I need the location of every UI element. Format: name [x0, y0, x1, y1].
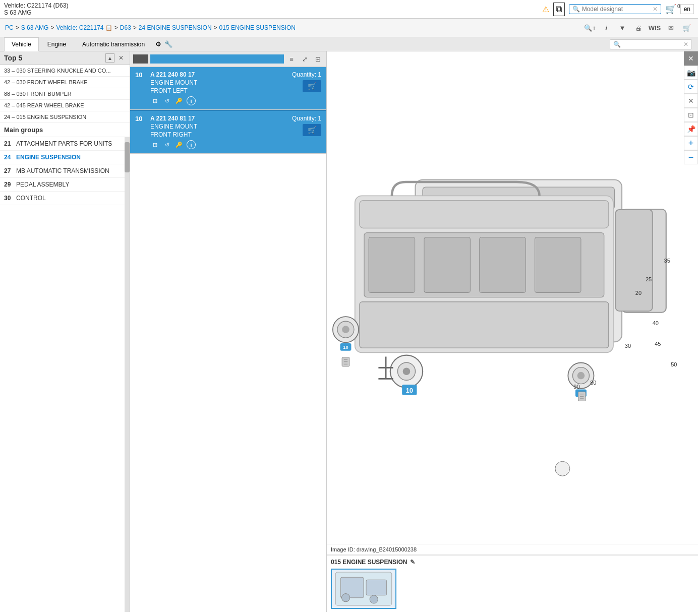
top5-item-4[interactable]: 24 – 015 ENGINE SUSPENSION: [0, 111, 130, 123]
part-grid-icon-1[interactable]: ⊞: [150, 140, 159, 149]
history-icon[interactable]: ⟳: [684, 80, 698, 94]
pin-icon[interactable]: 📌: [684, 122, 698, 136]
zoom-in-diagram-btn[interactable]: +: [684, 136, 698, 150]
tab-engine[interactable]: Engine: [40, 37, 74, 51]
breadcrumb-d63[interactable]: D63: [120, 24, 131, 31]
tab-search-clear[interactable]: ✕: [683, 41, 688, 48]
tab-automatic-transmission[interactable]: Automatic transmission: [75, 37, 152, 51]
add-to-cart-btn-0[interactable]: 🛒: [303, 80, 321, 92]
close-diagram-btn[interactable]: ✕: [684, 51, 698, 66]
camera-icon[interactable]: 📷: [684, 66, 698, 80]
tab-gear-icon[interactable]: ⚙: [155, 40, 161, 48]
tab-vehicle[interactable]: Vehicle: [4, 37, 39, 51]
breadcrumb-s63amg[interactable]: S 63 AMG: [21, 24, 49, 31]
edit-icon[interactable]: ✎: [410, 559, 415, 566]
print-icon[interactable]: 🖨: [632, 22, 645, 34]
top5-item-2[interactable]: 88 – 030 FRONT BUMPER: [0, 88, 130, 100]
bottom-panel: 015 ENGINE SUSPENSION ✎: [327, 555, 698, 612]
svg-rect-32: [424, 237, 470, 293]
part-grid-icon-0[interactable]: ⊞: [150, 96, 159, 105]
svg-text:20: 20: [635, 290, 642, 296]
top5-title: Top 5: [4, 54, 22, 62]
cart-icon[interactable]: 🛒 0: [665, 4, 676, 15]
part-row-0[interactable]: 10 A 221 240 80 17 ENGINE MOUNT FRONT LE…: [130, 67, 326, 110]
part-name-0b: FRONT LEFT: [150, 87, 292, 94]
mail-icon[interactable]: ✉: [665, 22, 677, 34]
top5-item-1[interactable]: 42 – 030 FRONT WHEEL BRAKE: [0, 77, 130, 88]
zoom-in-icon[interactable]: 🔍+: [584, 22, 596, 34]
group-item-30[interactable]: 30 CONTROL: [0, 192, 130, 205]
part-refresh-icon-1[interactable]: ↺: [162, 140, 171, 149]
diagram-small-icon[interactable]: ⊡: [684, 108, 698, 122]
add-to-cart-btn-1[interactable]: 🛒: [303, 124, 321, 136]
part-info-icon-0[interactable]: i: [187, 96, 196, 105]
thumbnail-0[interactable]: [331, 569, 396, 609]
part-refresh-icon-0[interactable]: ↺: [162, 96, 171, 105]
svg-rect-33: [480, 237, 526, 293]
tab-search-area: 🔍 ✕: [610, 39, 694, 49]
part-pos-1: 10: [135, 115, 150, 122]
tab-wrench-icon[interactable]: 🔧: [164, 40, 172, 48]
part-key-icon-0[interactable]: 🔑: [174, 96, 184, 105]
svg-text:50: 50: [671, 361, 677, 367]
breadcrumb-pc[interactable]: PC: [5, 24, 14, 31]
breadcrumb-015-engine[interactable]: 015 ENGINE SUSPENSION: [219, 24, 296, 31]
warning-icon[interactable]: ⚠: [542, 5, 549, 14]
top5-items: 33 – 030 STEERING KNUCKLE AND CO... 42 –…: [0, 65, 130, 123]
top5-item-0[interactable]: 33 – 030 STEERING KNUCKLE AND CO...: [0, 65, 130, 77]
search-clear-icon[interactable]: ✕: [653, 6, 658, 13]
filter-icon[interactable]: ▼: [616, 22, 628, 34]
top5-controls: ▲ ✕: [105, 53, 126, 63]
bottom-panel-title: 015 ENGINE SUSPENSION ✎: [331, 559, 694, 566]
breadcrumb-24-engine[interactable]: 24 ENGINE SUSPENSION: [139, 24, 212, 31]
diagram-tools: ✕ 📷 ⟳ ✕ ⊡ 📌 + −: [684, 51, 698, 164]
header-search-box[interactable]: 🔍 ✕: [569, 4, 661, 14]
scrollbar-track[interactable]: [125, 137, 130, 612]
svg-rect-35: [360, 302, 609, 348]
svg-rect-31: [369, 237, 415, 293]
wis-icon[interactable]: WIS: [649, 22, 661, 34]
svg-rect-36: [616, 210, 653, 311]
model-label: S 63 AMG: [4, 9, 68, 16]
part-key-icon-1[interactable]: 🔑: [174, 140, 184, 149]
part-info-0: A 221 240 80 17 ENGINE MOUNT FRONT LEFT …: [150, 71, 292, 105]
tab-search-input[interactable]: [623, 41, 683, 48]
svg-text:30: 30: [625, 343, 631, 349]
parts-expand-icon[interactable]: ⤢: [299, 53, 310, 65]
image-id: Image ID: drawing_B24015000238: [327, 544, 698, 555]
svg-text:35: 35: [664, 258, 670, 264]
cross-diagram-icon[interactable]: ✕: [684, 94, 698, 108]
group-item-29[interactable]: 29 PEDAL ASSEMBLY: [0, 178, 130, 192]
info-icon[interactable]: i: [600, 22, 612, 34]
parts-window-icon[interactable]: ⊞: [312, 53, 323, 65]
part-num-1: A 221 240 81 17: [150, 115, 292, 122]
lang-button[interactable]: en: [680, 4, 694, 14]
part-row-icons-1: ⊞ ↺ 🔑 i: [150, 140, 292, 149]
svg-point-67: [341, 594, 350, 602]
part-row-1[interactable]: 10 A 221 240 81 17 ENGINE MOUNT FRONT RI…: [130, 110, 326, 154]
top5-close-btn[interactable]: ✕: [117, 53, 126, 63]
header-search-input[interactable]: [582, 6, 653, 13]
breadcrumb-vehicle[interactable]: Vehicle: C221174 📋: [56, 24, 112, 31]
group-item-27[interactable]: 27 MB AUTOMATIC TRANSMISSION: [0, 164, 130, 178]
group-item-24[interactable]: 24 ENGINE SUSPENSION: [0, 151, 130, 164]
breadcrumb-tools: 🔍+ i ▼ 🖨 WIS ✉ 🛒: [584, 22, 693, 34]
svg-rect-66: [366, 580, 387, 595]
top5-header: Top 5 ▲ ✕: [0, 51, 130, 65]
top5-item-3[interactable]: 42 – 045 REAR WHEEL BRAKE: [0, 100, 130, 111]
parts-list-icon[interactable]: ≡: [286, 53, 297, 65]
qty-label-0: Quantity: 1: [292, 71, 321, 78]
part-info-icon-1[interactable]: i: [187, 140, 196, 149]
svg-text:40: 40: [653, 320, 659, 326]
zoom-out-diagram-btn[interactable]: −: [684, 150, 698, 164]
search-icon: 🔍: [572, 6, 580, 13]
copy-icon[interactable]: ⧉: [553, 3, 565, 16]
shopping-icon[interactable]: 🛒: [681, 22, 693, 34]
svg-text:25: 25: [646, 276, 652, 282]
scrollbar-thumb[interactable]: [125, 142, 130, 172]
tab-search-box[interactable]: 🔍 ✕: [610, 39, 692, 49]
top5-collapse-btn[interactable]: ▲: [105, 53, 114, 63]
part-qty-1: Quantity: 1 🛒: [292, 115, 321, 136]
part-num-0: A 221 240 80 17: [150, 71, 292, 78]
group-item-21[interactable]: 21 ATTACHMENT PARTS FOR UNITS: [0, 137, 130, 151]
